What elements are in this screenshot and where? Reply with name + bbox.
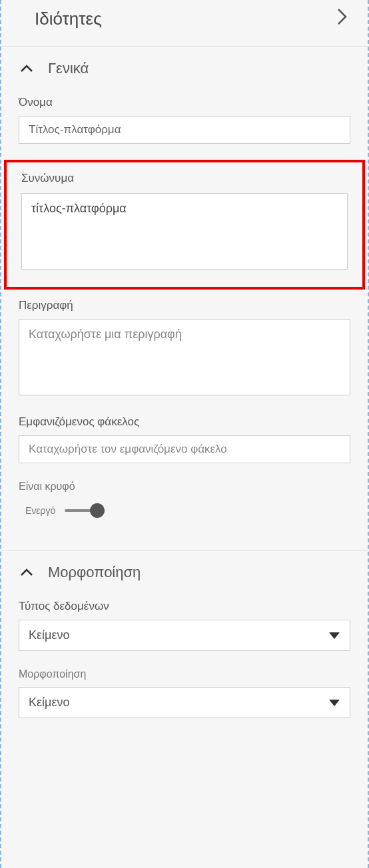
name-input[interactable]: [19, 116, 350, 144]
field-group-display-folder: Εμφανιζόμενος φάκελος: [1, 410, 368, 475]
synonyms-highlight: Συνώνυμα τίτλος-πλατφόρμα: [4, 160, 365, 290]
section-header-formatting[interactable]: Μορφοποίηση: [1, 550, 368, 594]
description-input[interactable]: [19, 319, 350, 395]
panel-header: Ιδιότητες: [1, 0, 368, 47]
toggle-row: Ενεργό: [19, 499, 350, 538]
format-select-wrap: Κείμενο: [19, 687, 350, 718]
format-select[interactable]: Κείμενο: [19, 687, 350, 718]
field-group-format: Μορφοποίηση Κείμενο: [1, 663, 368, 730]
chevron-up-icon: [20, 566, 33, 580]
panel-title: Ιδιότητες: [35, 9, 102, 29]
display-folder-input[interactable]: [19, 435, 350, 463]
section-title-formatting: Μορφοποίηση: [48, 564, 141, 581]
chevron-up-icon: [20, 62, 33, 76]
data-type-select-wrap: Κείμενο: [19, 620, 350, 651]
field-group-is-hidden: Είναι κρυφό Ενεργό: [1, 475, 368, 550]
data-type-select[interactable]: Κείμενο: [19, 620, 350, 651]
toggle-thumb: [90, 503, 105, 518]
collapse-panel-icon[interactable]: [337, 8, 354, 30]
data-type-label: Τύπος δεδομένων: [19, 600, 350, 613]
is-hidden-toggle[interactable]: [65, 503, 105, 518]
toggle-state-label: Ενεργό: [25, 505, 55, 516]
synonyms-input[interactable]: τίτλος-πλατφόρμα: [21, 193, 348, 270]
is-hidden-label: Είναι κρυφό: [19, 481, 350, 493]
field-group-name: Όνομα: [1, 91, 368, 156]
section-title-general: Γενικά: [48, 60, 89, 77]
synonyms-label: Συνώνυμα: [21, 172, 348, 185]
description-label: Περιγραφή: [19, 299, 350, 312]
format-label: Μορφοποίηση: [19, 668, 350, 680]
field-group-description: Περιγραφή: [1, 294, 368, 410]
display-folder-label: Εμφανιζόμενος φάκελος: [19, 415, 350, 429]
section-header-general[interactable]: Γενικά: [1, 47, 368, 91]
field-group-data-type: Τύπος δεδομένων Κείμενο: [1, 594, 368, 663]
name-label: Όνομα: [19, 96, 350, 109]
